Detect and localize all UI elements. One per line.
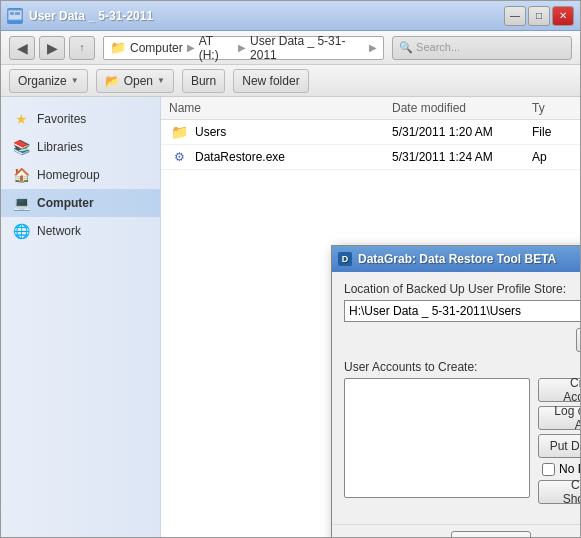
organize-arrow-icon: ▼ [71, 76, 79, 85]
sidebar-label-libraries: Libraries [37, 140, 83, 154]
file-name-datarestore: DataRestore.exe [195, 150, 392, 164]
column-date[interactable]: Date modified [392, 101, 532, 115]
organize-label: Organize [18, 74, 67, 88]
file-row-datarestore[interactable]: ⚙ DataRestore.exe 5/31/2011 1:24 AM Ap [161, 145, 580, 170]
location-label: Location of Backed Up User Profile Store… [344, 282, 580, 296]
library-icon: 📚 [13, 139, 29, 155]
address-part-3: User Data _ 5-31-2011 [250, 34, 365, 62]
back-button[interactable]: ◀ [9, 36, 35, 60]
accounts-label: User Accounts to Create: [344, 360, 580, 374]
close-button[interactable]: ✕ [552, 6, 574, 26]
begin-button[interactable]: Begin [451, 531, 531, 537]
address-part-1: Computer [130, 41, 183, 55]
column-name[interactable]: Name [169, 101, 392, 115]
no-prompts-label: No Prompts [559, 462, 580, 476]
main-row: Create Accounts Log on Each Acct. Put Da… [344, 378, 580, 504]
svg-rect-1 [10, 12, 14, 15]
file-list: Name Date modified Ty 📁 Users 5/31/2011 … [161, 97, 580, 537]
open-arrow-icon: ▼ [157, 76, 165, 85]
accounts-listbox[interactable] [344, 378, 530, 498]
window-title: User Data _ 5-31-2011 [29, 9, 504, 23]
file-type-datarestore: Ap [532, 150, 572, 164]
check-shortcuts-button[interactable]: Check Shortcuts [538, 480, 580, 504]
address-part-2: AT (H:) [199, 34, 234, 62]
network-icon: 🌐 [13, 223, 29, 239]
dialog-title-bar: D DataGrab: Data Restore Tool BETA ✕ [332, 246, 580, 272]
open-icon: 📂 [105, 74, 120, 88]
create-accounts-button[interactable]: Create Accounts [538, 378, 580, 402]
file-list-header: Name Date modified Ty [161, 97, 580, 120]
datagrab-dialog: D DataGrab: Data Restore Tool BETA ✕ Loc… [331, 245, 580, 537]
address-sep-1: ▶ [187, 42, 195, 53]
folder-icon: 📁 [169, 124, 189, 140]
main-content: ★ Favorites 📚 Libraries 🏠 Homegroup 💻 Co… [1, 97, 580, 537]
search-button[interactable]: 🔍 Search... [392, 36, 572, 60]
file-row-users[interactable]: 📁 Users 5/31/2011 1:20 AM File [161, 120, 580, 145]
burn-button[interactable]: Burn [182, 69, 225, 93]
explorer-window: User Data _ 5-31-2011 — □ ✕ ◀ ▶ ↑ 📁 Comp… [0, 0, 581, 538]
no-prompts-checkbox[interactable] [542, 463, 555, 476]
title-bar-buttons: — □ ✕ [504, 6, 574, 26]
sidebar: ★ Favorites 📚 Libraries 🏠 Homegroup 💻 Co… [1, 97, 161, 537]
sidebar-label-homegroup: Homegroup [37, 168, 100, 182]
up-button[interactable]: ↑ [69, 36, 95, 60]
file-name-users: Users [195, 125, 392, 139]
title-bar: User Data _ 5-31-2011 — □ ✕ [1, 1, 580, 31]
location-input[interactable] [344, 300, 580, 322]
dialog-bottom: Begin [332, 524, 580, 537]
computer-icon: 💻 [13, 195, 29, 211]
star-icon: ★ [13, 111, 29, 127]
homegroup-icon: 🏠 [13, 167, 29, 183]
action-toolbar: Organize ▼ 📂 Open ▼ Burn New folder [1, 65, 580, 97]
file-type-users: File [532, 125, 572, 139]
browse-button[interactable]: Browse [576, 328, 580, 352]
burn-label: Burn [191, 74, 216, 88]
exe-icon: ⚙ [169, 149, 189, 165]
open-button[interactable]: 📂 Open ▼ [96, 69, 174, 93]
put-data-button[interactable]: Put Data Back [538, 434, 580, 458]
dialog-body: Location of Backed Up User Profile Store… [332, 272, 580, 518]
sidebar-item-network[interactable]: 🌐 Network [1, 217, 160, 245]
browse-row: Browse [344, 328, 580, 352]
sidebar-label-computer: Computer [37, 196, 94, 210]
sidebar-item-homegroup[interactable]: 🏠 Homegroup [1, 161, 160, 189]
open-label: Open [124, 74, 153, 88]
forward-button[interactable]: ▶ [39, 36, 65, 60]
window-icon [7, 8, 23, 24]
address-sep-3: ▶ [369, 42, 377, 53]
address-sep-2: ▶ [238, 42, 246, 53]
dialog-title-text: DataGrab: Data Restore Tool BETA [358, 252, 580, 266]
new-folder-button[interactable]: New folder [233, 69, 308, 93]
sidebar-label-network: Network [37, 224, 81, 238]
column-type[interactable]: Ty [532, 101, 572, 115]
right-buttons: Create Accounts Log on Each Acct. Put Da… [538, 378, 580, 504]
navigation-toolbar: ◀ ▶ ↑ 📁 Computer ▶ AT (H:) ▶ User Data _… [1, 31, 580, 65]
address-folder-icon: 📁 [110, 40, 126, 55]
file-date-users: 5/31/2011 1:20 AM [392, 125, 532, 139]
sidebar-item-favorites[interactable]: ★ Favorites [1, 105, 160, 133]
logon-button[interactable]: Log on Each Acct. [538, 406, 580, 430]
maximize-button[interactable]: □ [528, 6, 550, 26]
file-date-datarestore: 5/31/2011 1:24 AM [392, 150, 532, 164]
organize-button[interactable]: Organize ▼ [9, 69, 88, 93]
sidebar-label-favorites: Favorites [37, 112, 86, 126]
new-folder-label: New folder [242, 74, 299, 88]
minimize-button[interactable]: — [504, 6, 526, 26]
sidebar-item-computer[interactable]: 💻 Computer [1, 189, 160, 217]
address-bar[interactable]: 📁 Computer ▶ AT (H:) ▶ User Data _ 5-31-… [103, 36, 384, 60]
no-prompts-row: No Prompts [542, 462, 580, 476]
svg-rect-2 [15, 12, 20, 15]
sidebar-item-libraries[interactable]: 📚 Libraries [1, 133, 160, 161]
dialog-title-icon: D [338, 252, 352, 266]
